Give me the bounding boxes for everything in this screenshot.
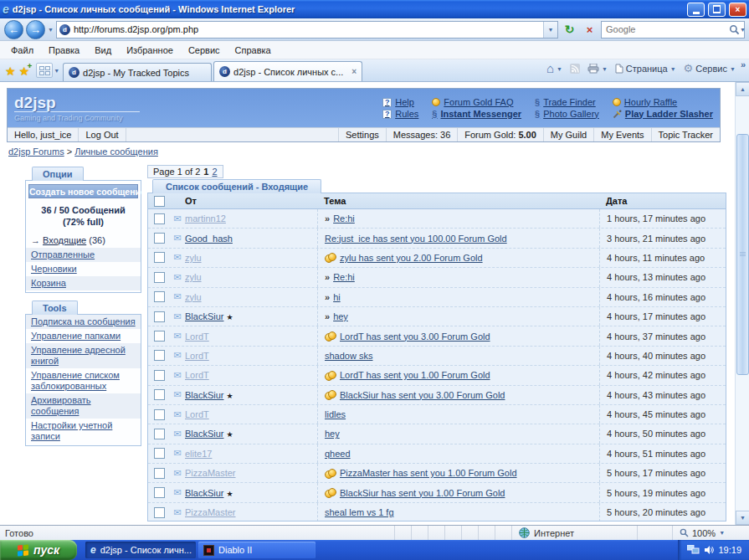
subject-link[interactable]: lidles bbox=[325, 409, 346, 419]
tool-item[interactable]: Управление списком заблокированных bbox=[26, 368, 141, 393]
subject-link[interactable]: sheal lem vs 1 fg bbox=[325, 507, 394, 517]
header-link[interactable]: §Trade Finder bbox=[535, 97, 599, 108]
tool-item[interactable]: Архивировать сообщения bbox=[26, 393, 141, 419]
row-checkbox[interactable] bbox=[154, 291, 165, 302]
forward-button[interactable]: → bbox=[26, 20, 45, 39]
subject-link[interactable]: zylu has sent you 2.00 Forum Gold bbox=[340, 253, 483, 263]
tools-menu-button[interactable]: ⚙ Сервис▼ bbox=[681, 63, 738, 74]
userbar-link[interactable]: Messages: 36 bbox=[386, 128, 457, 141]
tool-item[interactable]: Управление папками bbox=[26, 329, 141, 343]
row-checkbox[interactable] bbox=[154, 429, 165, 439]
row-checkbox[interactable] bbox=[154, 409, 165, 420]
subject-link[interactable]: LordT has sent you 1.00 Forum Gold bbox=[340, 370, 490, 380]
sender-link[interactable]: LordT bbox=[185, 351, 209, 361]
close-button[interactable]: × bbox=[729, 3, 746, 17]
sender-link[interactable]: BlackSiur bbox=[185, 488, 223, 498]
sender-link[interactable]: zylu bbox=[185, 292, 202, 302]
breadcrumb-current-link[interactable]: Личные сообщения bbox=[74, 146, 158, 157]
row-checkbox[interactable] bbox=[154, 487, 165, 498]
search-icon[interactable] bbox=[729, 21, 740, 39]
userbar-link[interactable]: My Events bbox=[593, 128, 650, 141]
subject-link[interactable]: LordT has sent you 3.00 Forum Gold bbox=[340, 331, 490, 342]
row-checkbox[interactable] bbox=[154, 350, 165, 361]
sender-link[interactable]: martinn12 bbox=[185, 213, 226, 223]
subject-link[interactable]: Re:hi bbox=[333, 213, 355, 223]
clock[interactable]: 19:19 bbox=[718, 545, 741, 555]
add-favorite-icon[interactable]: ★ bbox=[19, 64, 30, 78]
browser-tab-1[interactable]: dd2jsp - My Tracked Topics bbox=[63, 63, 212, 81]
scrollbar-thumb[interactable] bbox=[736, 134, 749, 375]
header-link[interactable]: Play Ladder Slasher bbox=[613, 109, 713, 120]
restore-button[interactable] bbox=[708, 3, 726, 17]
userbar-link[interactable]: Forum Gold:5.00 bbox=[457, 128, 543, 141]
header-link[interactable]: ?Help bbox=[382, 97, 418, 108]
header-link[interactable]: Forum Gold FAQ bbox=[432, 97, 521, 108]
sender-link[interactable]: zylu bbox=[185, 253, 202, 263]
scroll-up-icon[interactable]: ▲ bbox=[736, 82, 749, 96]
userbar-link[interactable]: Settings bbox=[338, 128, 386, 141]
row-checkbox[interactable] bbox=[154, 507, 165, 518]
subject-link[interactable]: hey bbox=[333, 311, 348, 321]
subject-link[interactable]: Re:just_ice has sent you 100.00 Forum Go… bbox=[325, 234, 507, 244]
subject-link[interactable]: PizzaMaster has sent you 1.00 Forum Gold bbox=[340, 468, 517, 478]
folder-item[interactable]: → Входящие (36) bbox=[26, 234, 141, 248]
menu-item-4[interactable]: Избранное bbox=[119, 44, 181, 57]
sender-link[interactable]: PizzaMaster bbox=[185, 507, 236, 517]
tool-item[interactable]: Настройки учетной записи bbox=[26, 419, 141, 444]
header-link[interactable]: §Photo Gallery bbox=[535, 109, 599, 120]
row-checkbox[interactable] bbox=[154, 213, 165, 224]
page-link-2[interactable]: 2 bbox=[212, 167, 217, 177]
subject-link[interactable]: shadow sks bbox=[325, 351, 372, 361]
site-logo[interactable]: d2jsp Gaming and Trading Community bbox=[14, 95, 140, 122]
sender-link[interactable]: BlackSiur bbox=[185, 311, 223, 321]
folder-item[interactable]: Черновики bbox=[26, 262, 141, 276]
new-message-button[interactable]: Создать новое сообщение bbox=[28, 184, 138, 198]
back-button[interactable]: ← bbox=[4, 20, 23, 39]
search-input[interactable] bbox=[602, 24, 729, 34]
browser-tab-2[interactable]: dd2jsp - Список личных с...× bbox=[213, 61, 362, 81]
print-button[interactable]: ▼ bbox=[585, 63, 610, 74]
home-button[interactable]: ⌂▼ bbox=[544, 63, 565, 74]
row-checkbox[interactable] bbox=[154, 311, 165, 322]
minimize-button[interactable] bbox=[687, 3, 705, 17]
subject-link[interactable]: hey bbox=[325, 429, 340, 439]
breadcrumb-root-link[interactable]: d2jsp Forums bbox=[8, 146, 64, 157]
sender-link[interactable]: BlackSiur bbox=[185, 429, 223, 439]
row-checkbox[interactable] bbox=[154, 389, 165, 400]
sender-link[interactable]: LordT bbox=[185, 409, 209, 419]
task-button-1[interactable]: ed2jsp - Список личн... bbox=[85, 542, 196, 558]
zoom-control[interactable]: 100% ▼ bbox=[672, 526, 749, 540]
subject-link[interactable]: BlackSiur has sent you 3.00 Forum Gold bbox=[340, 390, 505, 400]
folder-item[interactable]: Корзина bbox=[26, 276, 141, 290]
page-menu-button[interactable]: Страница▼ bbox=[613, 63, 679, 74]
row-checkbox[interactable] bbox=[154, 370, 165, 381]
feeds-button[interactable] bbox=[567, 63, 582, 74]
subject-link[interactable]: Re:hi bbox=[333, 272, 355, 282]
sender-link[interactable]: LordT bbox=[185, 370, 209, 380]
sender-link[interactable]: BlackSiur bbox=[185, 390, 223, 400]
sender-link[interactable]: LordT bbox=[185, 331, 209, 342]
tab-list-dropdown-icon[interactable]: ▼ bbox=[54, 68, 59, 74]
select-all-checkbox[interactable] bbox=[154, 196, 165, 207]
header-link[interactable]: ?Rules bbox=[382, 109, 418, 120]
quick-tabs-icon[interactable] bbox=[36, 63, 53, 78]
header-link[interactable]: Hourly Raffle bbox=[613, 97, 713, 108]
more-commands-icon[interactable]: » bbox=[741, 59, 746, 69]
menu-item-3[interactable]: Вид bbox=[87, 44, 119, 57]
search-provider-dropdown-icon[interactable]: ▼ bbox=[740, 27, 746, 33]
userbar-link[interactable]: My Guild bbox=[543, 128, 593, 141]
tab-close-icon[interactable]: × bbox=[351, 67, 357, 76]
userbar-link[interactable]: Topic Tracker bbox=[651, 128, 720, 141]
sender-link[interactable]: Good_hash bbox=[185, 234, 233, 244]
task-button-2[interactable]: Diablo II bbox=[198, 542, 316, 558]
subject-link[interactable]: qheed bbox=[325, 449, 351, 459]
logout-link[interactable]: Log Out bbox=[79, 128, 126, 141]
subject-link[interactable]: BlackSiur has sent you 1.00 Forum Gold bbox=[340, 488, 505, 498]
scroll-down-icon[interactable]: ▼ bbox=[736, 511, 749, 525]
folder-item[interactable]: Отправленные bbox=[26, 248, 141, 262]
row-checkbox[interactable] bbox=[154, 448, 165, 459]
row-checkbox[interactable] bbox=[154, 468, 165, 479]
url-input[interactable] bbox=[70, 24, 543, 34]
row-checkbox[interactable] bbox=[154, 252, 165, 263]
menu-item-1[interactable]: Файл bbox=[3, 44, 41, 57]
